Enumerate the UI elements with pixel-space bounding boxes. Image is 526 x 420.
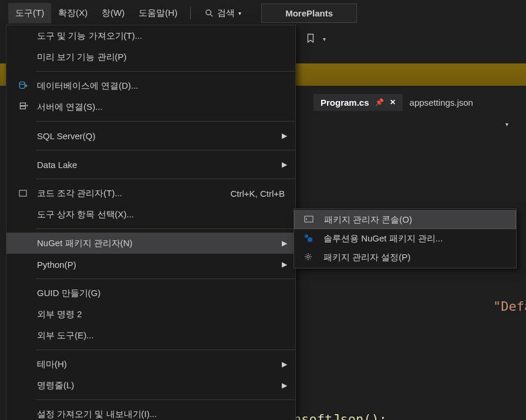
svg-line-1 bbox=[211, 14, 213, 16]
database-icon bbox=[18, 80, 29, 91]
console-icon bbox=[304, 214, 313, 226]
menu-theme[interactable]: 테마(H)▶ bbox=[6, 354, 295, 375]
submenu-arrow-icon: ▶ bbox=[282, 260, 287, 268]
menu-external-tools[interactable]: 외부 도구(E)... bbox=[6, 325, 295, 346]
menu-separator bbox=[36, 278, 295, 279]
menu-separator bbox=[36, 350, 295, 350]
submenu-arrow-icon: ▶ bbox=[282, 381, 287, 389]
toolbar-overflow[interactable]: ▾ bbox=[323, 36, 326, 42]
submenu-manage-nuget[interactable]: 솔루션용 NuGet 패키지 관리... bbox=[294, 229, 516, 248]
bookmark-icon[interactable] bbox=[305, 33, 316, 45]
menu-window[interactable]: 창(W) bbox=[95, 3, 132, 23]
menu-commandline[interactable]: 명령줄(L)▶ bbox=[6, 375, 295, 396]
submenu-pm-settings[interactable]: 패키지 관리자 설정(P) bbox=[294, 248, 516, 267]
submenu-arrow-icon: ▶ bbox=[282, 360, 287, 368]
menu-separator bbox=[36, 71, 295, 72]
tools-menu-dropdown: 도구 및 기능 가져오기(T)... 미리 보기 기능 관리(P) 데이터베이스… bbox=[6, 25, 296, 420]
menu-toolbox-items[interactable]: 도구 상자 항목 선택(X)... bbox=[6, 204, 295, 225]
snippet-icon bbox=[18, 189, 28, 198]
tab-appsettings[interactable]: appsettings.json bbox=[403, 94, 480, 111]
svg-rect-3 bbox=[20, 103, 25, 106]
close-icon[interactable]: ✕ bbox=[390, 98, 396, 106]
search-label: 검색 bbox=[217, 8, 235, 19]
nuget-icon bbox=[304, 233, 313, 244]
menu-separator bbox=[36, 179, 295, 179]
menu-python[interactable]: Python(P)▶ bbox=[6, 254, 295, 275]
menu-connect-db[interactable]: 데이터베이스에 연결(D)... bbox=[6, 75, 295, 96]
solution-name[interactable]: MorePlants bbox=[261, 4, 357, 23]
svg-point-2 bbox=[19, 82, 25, 85]
menu-tools[interactable]: 도구(T) bbox=[8, 3, 51, 23]
menu-bar: 도구(T) 확장(X) 창(W) 도움말(H) 검색 ▾ MorePlants bbox=[0, 0, 526, 26]
submenu-arrow-icon: ▶ bbox=[282, 239, 287, 247]
code-string: "Defau bbox=[493, 299, 526, 314]
shortcut-text: Ctrl+K, Ctrl+B bbox=[230, 189, 295, 199]
search-icon bbox=[205, 9, 214, 18]
menu-separator bbox=[36, 399, 295, 400]
svg-rect-5 bbox=[19, 190, 26, 196]
svg-point-9 bbox=[308, 237, 312, 242]
submenu-arrow-icon: ▶ bbox=[282, 160, 287, 169]
tab-program-cs[interactable]: Program.cs 📌 ✕ bbox=[313, 94, 403, 111]
menu-nuget[interactable]: NuGet 패키지 관리자(N)▶ bbox=[6, 233, 295, 254]
pin-icon[interactable]: 📌 bbox=[375, 98, 384, 106]
svg-rect-4 bbox=[20, 106, 25, 109]
menu-preview-features[interactable]: 미리 보기 기능 관리(P) bbox=[6, 46, 295, 68]
svg-point-0 bbox=[206, 9, 211, 14]
tab-label: appsettings.json bbox=[410, 98, 473, 107]
menu-get-tools[interactable]: 도구 및 기능 가져오기(T)... bbox=[6, 25, 295, 46]
menu-help[interactable]: 도움말(H) bbox=[132, 3, 184, 23]
svg-point-10 bbox=[307, 255, 309, 257]
nuget-submenu: 패키지 관리자 콘솔(O) 솔루션용 NuGet 패키지 관리... 패키지 관… bbox=[294, 209, 517, 268]
submenu-arrow-icon: ▶ bbox=[282, 132, 287, 140]
menu-connect-server[interactable]: 서버에 연결(S)... bbox=[6, 96, 295, 117]
menu-create-guid[interactable]: GUID 만들기(G) bbox=[6, 283, 295, 304]
search-box[interactable]: 검색 ▾ bbox=[199, 5, 247, 21]
menu-extensions[interactable]: 확장(X) bbox=[51, 3, 95, 23]
menu-import-export[interactable]: 설정 가져오기 및 내보내기(I)... bbox=[6, 404, 295, 420]
chevron-down-icon: ▾ bbox=[238, 10, 241, 16]
menu-separator bbox=[36, 121, 295, 122]
tab-label: Program.cs bbox=[321, 98, 369, 107]
code-fragment: nsoftJson(); bbox=[294, 412, 387, 420]
svg-point-8 bbox=[305, 234, 308, 238]
menu-code-snippets[interactable]: 코드 조각 관리자(T)... Ctrl+K, Ctrl+B bbox=[6, 183, 295, 204]
menu-external-cmd2[interactable]: 외부 명령 2 bbox=[6, 304, 295, 325]
menu-data-lake[interactable]: Data Lake▶ bbox=[6, 154, 295, 175]
menu-separator bbox=[36, 229, 295, 229]
submenu-pm-console[interactable]: 패키지 관리자 콘솔(O) bbox=[294, 210, 516, 229]
svg-rect-7 bbox=[305, 216, 313, 222]
menu-separator bbox=[190, 6, 191, 19]
menu-separator bbox=[36, 150, 295, 150]
server-icon bbox=[18, 102, 29, 112]
menu-sql-server[interactable]: SQL Server(Q)▶ bbox=[6, 125, 295, 146]
gear-icon bbox=[304, 252, 313, 263]
